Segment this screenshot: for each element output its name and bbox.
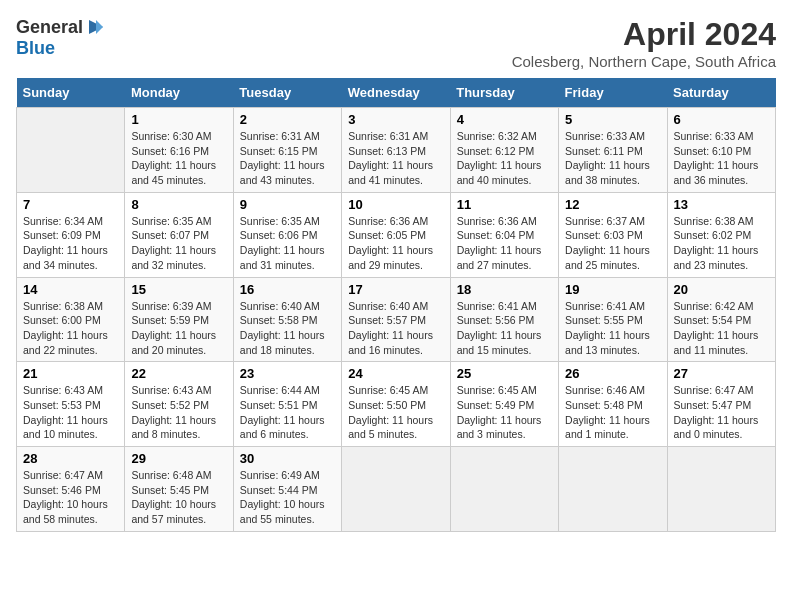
day-info: Sunrise: 6:36 AM Sunset: 6:05 PM Dayligh… (348, 214, 443, 273)
calendar-cell: 3Sunrise: 6:31 AM Sunset: 6:13 PM Daylig… (342, 108, 450, 193)
calendar-cell: 11Sunrise: 6:36 AM Sunset: 6:04 PM Dayli… (450, 192, 558, 277)
day-info: Sunrise: 6:45 AM Sunset: 5:49 PM Dayligh… (457, 383, 552, 442)
day-number: 11 (457, 197, 552, 212)
calendar-cell: 5Sunrise: 6:33 AM Sunset: 6:11 PM Daylig… (559, 108, 667, 193)
calendar-cell: 30Sunrise: 6:49 AM Sunset: 5:44 PM Dayli… (233, 447, 341, 532)
svg-marker-1 (96, 20, 103, 34)
calendar-cell: 13Sunrise: 6:38 AM Sunset: 6:02 PM Dayli… (667, 192, 775, 277)
day-number: 23 (240, 366, 335, 381)
day-number: 9 (240, 197, 335, 212)
day-info: Sunrise: 6:31 AM Sunset: 6:15 PM Dayligh… (240, 129, 335, 188)
calendar-cell: 12Sunrise: 6:37 AM Sunset: 6:03 PM Dayli… (559, 192, 667, 277)
weekday-header-sunday: Sunday (17, 78, 125, 108)
day-info: Sunrise: 6:39 AM Sunset: 5:59 PM Dayligh… (131, 299, 226, 358)
calendar-cell: 7Sunrise: 6:34 AM Sunset: 6:09 PM Daylig… (17, 192, 125, 277)
day-info: Sunrise: 6:48 AM Sunset: 5:45 PM Dayligh… (131, 468, 226, 527)
day-info: Sunrise: 6:46 AM Sunset: 5:48 PM Dayligh… (565, 383, 660, 442)
day-number: 20 (674, 282, 769, 297)
day-info: Sunrise: 6:36 AM Sunset: 6:04 PM Dayligh… (457, 214, 552, 273)
day-number: 6 (674, 112, 769, 127)
day-number: 1 (131, 112, 226, 127)
day-info: Sunrise: 6:45 AM Sunset: 5:50 PM Dayligh… (348, 383, 443, 442)
day-number: 16 (240, 282, 335, 297)
calendar-cell: 24Sunrise: 6:45 AM Sunset: 5:50 PM Dayli… (342, 362, 450, 447)
calendar-cell: 21Sunrise: 6:43 AM Sunset: 5:53 PM Dayli… (17, 362, 125, 447)
day-number: 28 (23, 451, 118, 466)
calendar-cell: 16Sunrise: 6:40 AM Sunset: 5:58 PM Dayli… (233, 277, 341, 362)
day-info: Sunrise: 6:35 AM Sunset: 6:07 PM Dayligh… (131, 214, 226, 273)
day-info: Sunrise: 6:47 AM Sunset: 5:47 PM Dayligh… (674, 383, 769, 442)
week-row-1: 1Sunrise: 6:30 AM Sunset: 6:16 PM Daylig… (17, 108, 776, 193)
day-number: 18 (457, 282, 552, 297)
weekday-header-monday: Monday (125, 78, 233, 108)
weekday-header-thursday: Thursday (450, 78, 558, 108)
day-info: Sunrise: 6:43 AM Sunset: 5:52 PM Dayligh… (131, 383, 226, 442)
week-row-5: 28Sunrise: 6:47 AM Sunset: 5:46 PM Dayli… (17, 447, 776, 532)
day-info: Sunrise: 6:42 AM Sunset: 5:54 PM Dayligh… (674, 299, 769, 358)
day-info: Sunrise: 6:40 AM Sunset: 5:57 PM Dayligh… (348, 299, 443, 358)
calendar-cell: 25Sunrise: 6:45 AM Sunset: 5:49 PM Dayli… (450, 362, 558, 447)
day-info: Sunrise: 6:49 AM Sunset: 5:44 PM Dayligh… (240, 468, 335, 527)
day-number: 24 (348, 366, 443, 381)
day-info: Sunrise: 6:40 AM Sunset: 5:58 PM Dayligh… (240, 299, 335, 358)
weekday-header-wednesday: Wednesday (342, 78, 450, 108)
calendar-cell: 22Sunrise: 6:43 AM Sunset: 5:52 PM Dayli… (125, 362, 233, 447)
day-number: 17 (348, 282, 443, 297)
day-number: 22 (131, 366, 226, 381)
day-info: Sunrise: 6:43 AM Sunset: 5:53 PM Dayligh… (23, 383, 118, 442)
calendar-cell: 6Sunrise: 6:33 AM Sunset: 6:10 PM Daylig… (667, 108, 775, 193)
day-number: 21 (23, 366, 118, 381)
day-number: 7 (23, 197, 118, 212)
title-section: April 2024 Colesberg, Northern Cape, Sou… (512, 16, 776, 70)
day-number: 26 (565, 366, 660, 381)
day-info: Sunrise: 6:41 AM Sunset: 5:55 PM Dayligh… (565, 299, 660, 358)
calendar-cell: 19Sunrise: 6:41 AM Sunset: 5:55 PM Dayli… (559, 277, 667, 362)
day-info: Sunrise: 6:35 AM Sunset: 6:06 PM Dayligh… (240, 214, 335, 273)
calendar-cell: 2Sunrise: 6:31 AM Sunset: 6:15 PM Daylig… (233, 108, 341, 193)
day-info: Sunrise: 6:32 AM Sunset: 6:12 PM Dayligh… (457, 129, 552, 188)
calendar-cell (342, 447, 450, 532)
calendar-table: SundayMondayTuesdayWednesdayThursdayFrid… (16, 78, 776, 532)
day-number: 10 (348, 197, 443, 212)
calendar-cell (667, 447, 775, 532)
day-number: 27 (674, 366, 769, 381)
logo-icon (85, 16, 107, 38)
day-info: Sunrise: 6:30 AM Sunset: 6:16 PM Dayligh… (131, 129, 226, 188)
calendar-cell: 29Sunrise: 6:48 AM Sunset: 5:45 PM Dayli… (125, 447, 233, 532)
calendar-cell: 10Sunrise: 6:36 AM Sunset: 6:05 PM Dayli… (342, 192, 450, 277)
calendar-cell: 8Sunrise: 6:35 AM Sunset: 6:07 PM Daylig… (125, 192, 233, 277)
day-number: 30 (240, 451, 335, 466)
main-title: April 2024 (512, 16, 776, 53)
calendar-cell: 17Sunrise: 6:40 AM Sunset: 5:57 PM Dayli… (342, 277, 450, 362)
day-number: 2 (240, 112, 335, 127)
calendar-cell: 28Sunrise: 6:47 AM Sunset: 5:46 PM Dayli… (17, 447, 125, 532)
weekday-header-tuesday: Tuesday (233, 78, 341, 108)
day-info: Sunrise: 6:33 AM Sunset: 6:11 PM Dayligh… (565, 129, 660, 188)
day-info: Sunrise: 6:34 AM Sunset: 6:09 PM Dayligh… (23, 214, 118, 273)
day-info: Sunrise: 6:33 AM Sunset: 6:10 PM Dayligh… (674, 129, 769, 188)
calendar-cell: 9Sunrise: 6:35 AM Sunset: 6:06 PM Daylig… (233, 192, 341, 277)
calendar-cell: 18Sunrise: 6:41 AM Sunset: 5:56 PM Dayli… (450, 277, 558, 362)
logo: General Blue (16, 16, 107, 59)
calendar-cell: 20Sunrise: 6:42 AM Sunset: 5:54 PM Dayli… (667, 277, 775, 362)
calendar-cell: 27Sunrise: 6:47 AM Sunset: 5:47 PM Dayli… (667, 362, 775, 447)
calendar-cell: 23Sunrise: 6:44 AM Sunset: 5:51 PM Dayli… (233, 362, 341, 447)
day-number: 3 (348, 112, 443, 127)
day-number: 19 (565, 282, 660, 297)
subtitle: Colesberg, Northern Cape, South Africa (512, 53, 776, 70)
day-number: 8 (131, 197, 226, 212)
weekday-header-friday: Friday (559, 78, 667, 108)
day-number: 15 (131, 282, 226, 297)
calendar-cell: 4Sunrise: 6:32 AM Sunset: 6:12 PM Daylig… (450, 108, 558, 193)
day-number: 5 (565, 112, 660, 127)
day-info: Sunrise: 6:37 AM Sunset: 6:03 PM Dayligh… (565, 214, 660, 273)
weekday-header-saturday: Saturday (667, 78, 775, 108)
calendar-cell: 26Sunrise: 6:46 AM Sunset: 5:48 PM Dayli… (559, 362, 667, 447)
day-number: 12 (565, 197, 660, 212)
calendar-cell: 14Sunrise: 6:38 AM Sunset: 6:00 PM Dayli… (17, 277, 125, 362)
logo-general-text: General (16, 17, 83, 38)
day-info: Sunrise: 6:38 AM Sunset: 6:02 PM Dayligh… (674, 214, 769, 273)
day-number: 13 (674, 197, 769, 212)
calendar-cell (450, 447, 558, 532)
day-info: Sunrise: 6:44 AM Sunset: 5:51 PM Dayligh… (240, 383, 335, 442)
